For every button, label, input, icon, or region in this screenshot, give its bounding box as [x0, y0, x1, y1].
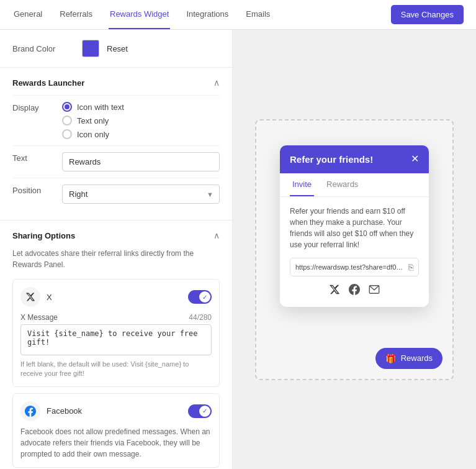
x-message-label-row: X Message 44/280 — [20, 313, 212, 322]
x-message-label: X Message — [20, 313, 58, 322]
brand-color-label: Brand Color — [12, 44, 74, 53]
sharing-options-header: Sharing Options ∧ — [12, 230, 220, 240]
header: General Referrals Rewards Widget Integra… — [0, 0, 476, 30]
sharing-options-title: Sharing Options — [12, 231, 75, 240]
sharing-options-section: Sharing Options ∧ Let advocates share th… — [0, 221, 232, 469]
radio-icon-only[interactable]: Icon only — [62, 129, 220, 139]
main-layout: Brand Color Reset Rewards Launcher ∧ Dis… — [0, 30, 476, 469]
widget-popup-title: Refer your friends! — [290, 154, 373, 165]
rewards-launcher-section: Rewards Launcher ∧ Display Icon with tex… — [0, 68, 232, 221]
widget-popup-header: Refer your friends! ✕ — [280, 145, 429, 173]
x-sub-section: X Message 44/280 Visit {site_name} to re… — [20, 313, 212, 379]
preview-container: Refer your friends! ✕ Invite Rewards Ref… — [255, 119, 454, 380]
position-select-wrapper: Left Right ▼ — [62, 184, 220, 204]
sharing-options-chevron[interactable]: ∧ — [213, 230, 220, 240]
rewards-launcher-button[interactable]: 🎁 Rewards — [375, 348, 442, 369]
position-select[interactable]: Left Right — [62, 184, 220, 204]
text-field-row: Text — [12, 145, 220, 178]
facebook-toggle-thumb: ✓ — [199, 406, 210, 417]
nav-tabs: General Referrals Rewards Widget Integra… — [12, 0, 271, 29]
display-field-row: Display Icon with text Text only — [12, 95, 220, 145]
radio-label-text-only: Text only — [77, 116, 109, 125]
x-message-input[interactable]: Visit {site_name} to receive your free g… — [20, 324, 212, 355]
x-item-header: X ✓ — [20, 287, 212, 307]
share-item-facebook: Facebook ✓ Facebook does not allow prede… — [12, 393, 220, 468]
brand-color-section: Brand Color Reset — [0, 30, 232, 68]
widget-link-row: https://rewardswp.test?share=df04c90 ⎘ — [290, 258, 419, 276]
radio-circle-text-only — [62, 116, 72, 125]
x-hint-text: If left blank, the default will be used:… — [20, 360, 212, 379]
x-toggle-check: ✓ — [202, 294, 207, 301]
x-toggle[interactable]: ✓ — [188, 290, 212, 304]
right-panel: Refer your friends! ✕ Invite Rewards Ref… — [233, 30, 476, 469]
display-label: Display — [12, 102, 62, 112]
radio-dot-icon-text — [65, 104, 70, 109]
text-input[interactable] — [62, 152, 220, 171]
widget-referral-link: https://rewardswp.test?share=df04c90 — [295, 263, 405, 271]
facebook-icon — [20, 401, 40, 421]
tab-emails[interactable]: Emails — [245, 0, 271, 29]
widget-close-button[interactable]: ✕ — [411, 154, 419, 164]
facebook-toggle-check: ✓ — [202, 408, 207, 414]
widget-x-icon[interactable] — [329, 284, 340, 298]
sharing-description: Let advocates share their referral links… — [12, 248, 220, 270]
rewards-btn-icon: 🎁 — [385, 353, 396, 363]
text-label: Text — [12, 152, 62, 163]
left-panel: Brand Color Reset Rewards Launcher ∧ Dis… — [0, 30, 233, 469]
share-item-x: X ✓ X Message 44/280 Visit {site_name} t… — [12, 279, 220, 387]
text-field-content — [62, 152, 220, 171]
widget-email-icon[interactable] — [369, 284, 380, 298]
reset-color-link[interactable]: Reset — [107, 44, 128, 53]
display-radio-group: Icon with text Text only Icon only — [62, 102, 220, 139]
widget-social-icons — [290, 284, 419, 298]
rewards-launcher-header: Rewards Launcher ∧ — [12, 78, 220, 88]
widget-tabs: Invite Rewards — [280, 173, 429, 197]
x-name: X — [47, 293, 182, 302]
tab-referrals[interactable]: Referrals — [58, 0, 94, 29]
facebook-info: Facebook does not allow predefined messa… — [20, 426, 212, 460]
x-char-count: 44/280 — [189, 313, 212, 322]
radio-label-icon-only: Icon only — [77, 130, 109, 139]
radio-label-icon-text: Icon with text — [77, 102, 124, 112]
widget-facebook-icon[interactable] — [349, 284, 360, 298]
radio-text-only[interactable]: Text only — [62, 116, 220, 125]
rewards-btn-label: Rewards — [401, 353, 433, 363]
facebook-toggle[interactable]: ✓ — [188, 404, 212, 418]
tab-general[interactable]: General — [12, 0, 43, 29]
copy-icon[interactable]: ⎘ — [408, 262, 413, 272]
facebook-name: Facebook — [47, 406, 182, 416]
color-swatch[interactable] — [82, 40, 99, 57]
rewards-launcher-chevron[interactable]: ∧ — [213, 78, 220, 88]
widget-tab-invite[interactable]: Invite — [290, 173, 314, 196]
position-label: Position — [12, 184, 62, 195]
x-toggle-thumb: ✓ — [199, 291, 210, 303]
radio-circle-icon-only — [62, 129, 72, 139]
position-field-row: Position Left Right ▼ — [12, 178, 220, 210]
brand-color-row: Brand Color Reset — [12, 40, 220, 57]
widget-popup: Refer your friends! ✕ Invite Rewards Ref… — [280, 145, 429, 307]
widget-description: Refer your friends and earn $10 off when… — [290, 206, 419, 250]
facebook-item-header: Facebook ✓ — [20, 401, 212, 421]
widget-body: Refer your friends and earn $10 off when… — [280, 197, 429, 307]
save-changes-button[interactable]: Save Changes — [391, 5, 464, 24]
x-icon — [20, 287, 40, 307]
rewards-launcher-title: Rewards Launcher — [12, 78, 84, 88]
radio-circle-icon-text — [62, 102, 72, 112]
tab-rewards-widget[interactable]: Rewards Widget — [109, 0, 170, 29]
tab-integrations[interactable]: Integrations — [185, 0, 230, 29]
widget-tab-rewards[interactable]: Rewards — [324, 173, 361, 196]
radio-icon-with-text[interactable]: Icon with text — [62, 102, 220, 112]
